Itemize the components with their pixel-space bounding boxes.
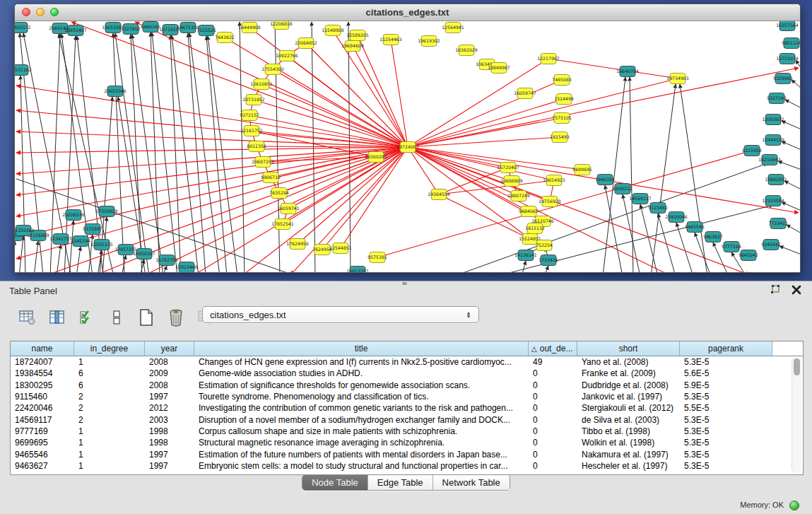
table-cell[interactable]: Embryonic stem cells: a model to study s…: [194, 461, 529, 471]
graph-node[interactable]: 9465546: [685, 222, 705, 233]
table-cell[interactable]: Nakamura et al. (1997): [577, 450, 680, 460]
table-cell[interactable]: 1998: [145, 426, 194, 436]
table-cell[interactable]: 2012: [145, 403, 194, 413]
graph-node[interactable]: 16059747: [514, 88, 536, 99]
table-cell[interactable]: Tourette syndrome. Phenomenology and cla…: [194, 392, 529, 402]
graph-node[interactable]: 8215958: [742, 146, 762, 156]
table-row[interactable]: 1872400712008Changes of HCN gene express…: [11, 356, 803, 368]
graph-node[interactable]: 18807249: [507, 191, 530, 201]
graph-node[interactable]: 7485083: [552, 75, 572, 86]
graph-node[interactable]: 11548908: [322, 25, 344, 36]
column-header-in_degree[interactable]: in_degree: [74, 341, 145, 356]
column-header-out_de[interactable]: △out_de...: [529, 341, 577, 356]
table-cell[interactable]: 9463627: [11, 461, 74, 471]
table-row[interactable]: 946362711997Embryonic stem cells: a mode…: [11, 460, 803, 472]
graph-node[interactable]: 9115460: [648, 203, 668, 214]
column-header-pagerank[interactable]: pagerank: [680, 341, 772, 356]
graph-node[interactable]: 19384554: [428, 189, 450, 200]
graph-node[interactable]: 20206536: [62, 210, 85, 221]
table-cell[interactable]: 9465546: [11, 450, 74, 460]
table-cell[interactable]: Genome-wide association studies in ADHD.: [194, 368, 529, 378]
graph-node[interactable]: 15692931: [765, 175, 787, 185]
table-cell[interactable]: 0: [529, 461, 577, 471]
graph-node[interactable]: 9375887: [83, 224, 102, 235]
table-cell[interactable]: Corpus callosum shape and size in male p…: [194, 426, 529, 436]
table-cell[interactable]: 0: [529, 403, 577, 413]
row-height-button[interactable]: [107, 307, 126, 328]
table-cell[interactable]: Structural magnetic resonance image aver…: [194, 438, 529, 448]
graph-node[interactable]: 15720407: [497, 163, 519, 173]
graph-node[interactable]: 20053346: [104, 86, 126, 97]
table-cell[interactable]: Dudbridge et al. (2008): [577, 380, 680, 390]
graph-node[interactable]: 18849987: [488, 63, 510, 74]
table-cell[interactable]: 0: [529, 415, 577, 425]
table-cell[interactable]: 5.3E-5: [680, 415, 772, 425]
table-cell[interactable]: 22420046: [11, 403, 74, 413]
table-cell[interactable]: de Silva et al. (2003): [577, 415, 680, 425]
graph-node[interactable]: 9227343: [767, 93, 787, 104]
table-cell[interactable]: 0: [529, 438, 577, 448]
table-cell[interactable]: Jankovic et al. (1997): [577, 392, 680, 402]
tab-network-table[interactable]: Network Table: [433, 475, 510, 490]
graph-node[interactable]: 9575381: [367, 252, 387, 263]
select-rows-button[interactable]: [78, 307, 96, 328]
graph-node[interactable]: 9684067: [519, 206, 539, 217]
graph-node[interactable]: 15589205: [346, 30, 369, 41]
window-titlebar[interactable]: citations_edges.txt: [15, 4, 800, 21]
table-cell[interactable]: 5.3E-5: [680, 450, 772, 460]
graph-node[interactable]: 16444908: [238, 23, 261, 33]
table-cell[interactable]: Investigating the contribution of common…: [194, 403, 529, 413]
table-cell[interactable]: 2: [74, 392, 145, 402]
table-cell[interactable]: 5.6E-5: [680, 368, 772, 378]
graph-node[interactable]: 10719155: [159, 25, 182, 35]
table-cell[interactable]: 19384554: [11, 368, 74, 378]
graph-node[interactable]: 19684609: [341, 41, 364, 52]
graph-node[interactable]: 752254: [536, 240, 553, 251]
show-columns-button[interactable]: [48, 307, 66, 328]
graph-node[interactable]: 10688809: [500, 176, 523, 187]
table-cell[interactable]: Estimation of the future numbers of pati…: [194, 450, 529, 460]
table-cell[interactable]: 0: [529, 380, 577, 390]
table-cell[interactable]: Hescheler et al. (1997): [577, 461, 680, 471]
table-row[interactable]: 969969511998Structural magnetic resonanc…: [11, 437, 803, 448]
graph-node[interactable]: 20687253: [252, 157, 274, 168]
table-row[interactable]: 1938455462009Genome-wide association stu…: [11, 368, 803, 379]
graph-node[interactable]: 9645042: [739, 250, 758, 261]
graph-node[interactable]: 7624954: [312, 245, 332, 255]
table-cell[interactable]: 5.5E-5: [680, 403, 772, 413]
table-cell[interactable]: Tibbo et al. (1998): [577, 426, 680, 436]
table-cell[interactable]: 9115460: [11, 392, 74, 402]
graph-node[interactable]: 15751074: [776, 54, 799, 64]
graph-node[interactable]: 16405572: [15, 23, 31, 33]
table-cell[interactable]: 2009: [145, 368, 194, 378]
graph-node[interactable]: 18382029: [455, 45, 478, 56]
graph-node[interactable]: 16210643: [758, 155, 781, 165]
graph-node[interactable]: 18724007: [396, 142, 419, 153]
new-document-button[interactable]: [137, 307, 155, 328]
graph-node[interactable]: 16958107: [133, 249, 155, 259]
tab-node-table[interactable]: Node Table: [302, 475, 367, 490]
graph-node[interactable]: 12161752: [240, 126, 263, 136]
graph-node[interactable]: 12564941: [442, 23, 464, 33]
graph-node[interactable]: 1527602: [121, 24, 141, 35]
table-cell[interactable]: 5.3E-5: [680, 461, 772, 471]
network-canvas[interactable]: 2206485218922766175543001261065120731852…: [15, 21, 801, 273]
graph-node[interactable]: 12505135: [90, 240, 113, 250]
table-cell[interactable]: 1997: [145, 461, 194, 471]
table-row[interactable]: 2242004622012Investigating the contribut…: [11, 402, 803, 414]
graph-node[interactable]: 18300295: [365, 152, 387, 163]
table-cell[interactable]: 5.9E-5: [680, 380, 772, 390]
column-header-title[interactable]: title: [194, 341, 529, 356]
table-cell[interactable]: 0: [529, 450, 577, 460]
graph-node[interactable]: 14569117: [629, 194, 652, 204]
graph-node[interactable]: 16648784: [616, 66, 639, 77]
graph-node[interactable]: 1733426: [539, 255, 558, 266]
graph-node[interactable]: 1640354: [595, 175, 615, 185]
graph-node[interactable]: 19619302: [418, 36, 440, 47]
table-cell[interactable]: 5.3E-5: [680, 357, 772, 367]
graph-node[interactable]: 18922766: [276, 51, 298, 62]
table-cell[interactable]: 14569117: [11, 415, 74, 425]
graph-node[interactable]: 17554300: [261, 64, 284, 75]
graph-node[interactable]: 7733412: [768, 218, 788, 229]
graph-node[interactable]: 1815493: [550, 132, 570, 143]
